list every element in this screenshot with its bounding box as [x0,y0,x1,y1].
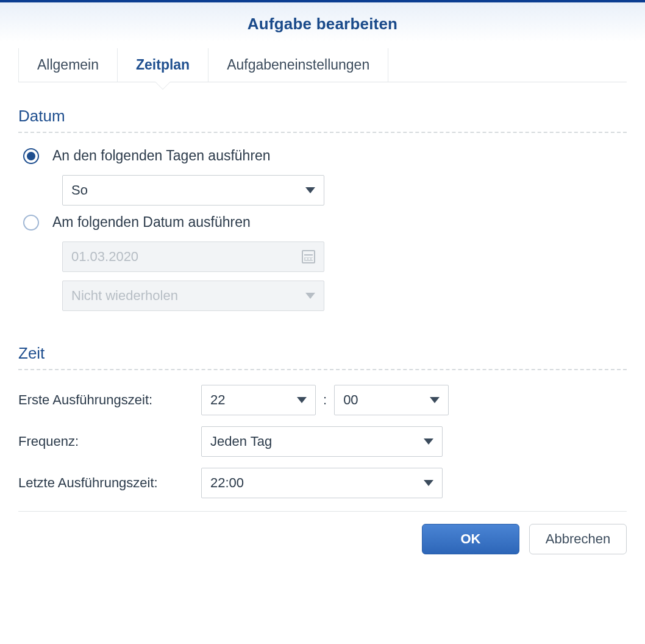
chevron-down-icon [424,480,433,486]
repeat-select: Nicht wiederholen [62,281,324,311]
first-run-minute-select[interactable]: 00 [334,385,449,415]
section-title-date: Datum [18,107,627,126]
time-colon: : [323,392,327,408]
time-grid: Erste Ausführungszeit: 22 : 00 Frequenz: [18,385,627,498]
last-run-value: 22:00 [210,475,416,491]
frequency-label: Frequenz: [18,434,201,449]
first-run-hour-value: 22 [210,392,290,408]
tab-label: Allgemein [37,57,99,73]
radio-run-on-date[interactable] [23,215,39,231]
last-run-controls: 22:00 [201,468,627,498]
cancel-button[interactable]: Abbrechen [529,524,627,554]
frequency-value: Jeden Tag [210,434,416,449]
footer-buttons: OK Abbrechen [18,524,627,554]
tab-label: Aufgabeneinstellungen [227,57,369,73]
repeat-select-value: Nicht wiederholen [71,288,298,304]
tab-schedule[interactable]: Zeitplan [118,48,208,82]
radio-run-on-date-row: Am folgenden Datum ausführen [23,214,627,231]
footer: OK Abbrechen [18,499,627,567]
dialog-title: Aufgabe bearbeiten [0,15,645,34]
date-controls: 01.03.2020 Nicht wiederholen [62,242,627,311]
section-time: Zeit Erste Ausführungszeit: 22 : 00 Freq… [18,320,627,498]
first-run-minute-value: 00 [343,392,422,408]
last-run-select[interactable]: 22:00 [201,468,443,498]
date-input: 01.03.2020 [62,242,324,272]
radio-run-on-date-label: Am folgenden Datum ausführen [52,214,251,231]
frequency-controls: Jeden Tag [201,426,627,457]
chevron-down-icon [305,293,315,299]
last-run-label: Letzte Ausführungszeit: [18,475,201,491]
chevron-down-icon [430,397,440,403]
chevron-down-icon [424,438,433,445]
dialog-content: Allgemein Zeitplan Aufgabeneinstellungen… [0,42,645,579]
divider [18,369,627,370]
radio-run-on-days-row: An den folgenden Tagen ausführen [23,148,627,164]
radio-run-on-days[interactable] [23,148,39,164]
radio-run-on-days-label: An den folgenden Tagen ausführen [52,148,271,164]
section-title-time: Zeit [18,344,627,363]
day-select[interactable]: So [62,175,324,206]
date-input-value: 01.03.2020 [71,249,302,265]
divider [18,132,627,133]
first-run-controls: 22 : 00 [201,385,627,415]
chevron-down-icon [297,397,307,403]
tab-row: Allgemein Zeitplan Aufgabeneinstellungen [18,48,627,82]
titlebar: Aufgabe bearbeiten [0,2,645,42]
section-date: Datum An den folgenden Tagen ausführen S… [18,82,627,320]
day-select-value: So [71,182,298,198]
calendar-icon [302,250,315,263]
frequency-select[interactable]: Jeden Tag [201,426,443,457]
tab-task-settings[interactable]: Aufgabeneinstellungen [208,48,388,82]
tab-label: Zeitplan [136,57,190,73]
footer-divider [18,511,627,512]
first-run-label: Erste Ausführungszeit: [18,392,201,408]
chevron-down-icon [305,187,315,193]
dialog-window: Aufgabe bearbeiten Allgemein Zeitplan Au… [0,0,645,579]
tab-general[interactable]: Allgemein [18,48,118,82]
day-select-container: So [62,175,627,206]
ok-button[interactable]: OK [422,524,519,554]
first-run-hour-select[interactable]: 22 [201,385,316,415]
tab-bar: Allgemein Zeitplan Aufgabeneinstellungen [18,48,627,82]
